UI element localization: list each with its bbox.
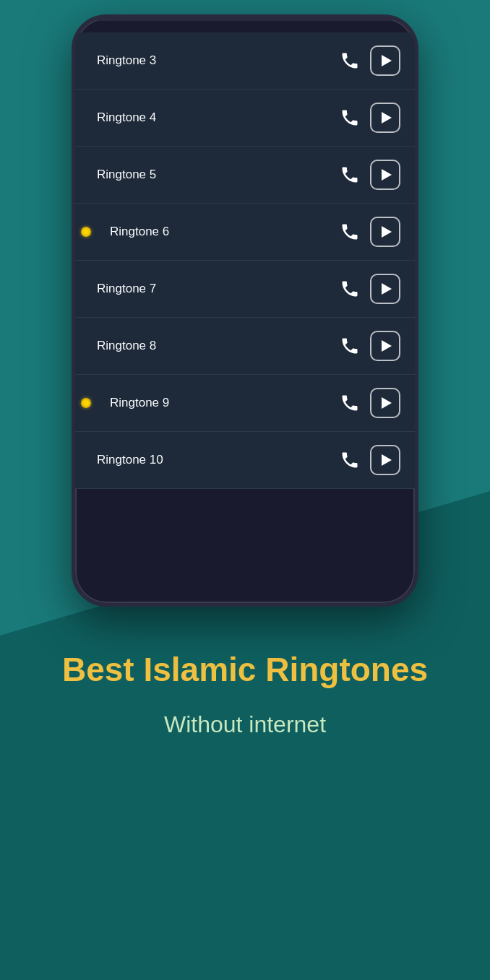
ringtone-item-5: Ringtone 5 bbox=[75, 147, 415, 204]
main-title: Best Islamic Ringtones bbox=[22, 650, 468, 690]
phone-icon-3 bbox=[337, 48, 363, 74]
ringtone-item-3: Ringtone 3 bbox=[75, 32, 415, 90]
bottom-section: Best Islamic Ringtones Without internet bbox=[0, 607, 490, 796]
ringtone-name-9: Ringtone 9 bbox=[90, 396, 337, 410]
play-button-7[interactable] bbox=[370, 274, 400, 304]
ringtone-name-4: Ringtone 4 bbox=[90, 110, 337, 125]
ringtone-name-10: Ringtone 10 bbox=[90, 453, 337, 467]
phone-icon-4 bbox=[337, 105, 363, 131]
ringtone-item-6: Ringtone 6 bbox=[75, 204, 415, 261]
ringtone-item-7: Ringtone 7 bbox=[75, 261, 415, 318]
ringtone-item-4: Ringtone 4 bbox=[75, 90, 415, 147]
phone-icon-7 bbox=[337, 276, 363, 302]
play-button-9[interactable] bbox=[370, 388, 400, 418]
phone-icon-9 bbox=[337, 390, 363, 416]
ringtone-list: Ringtone 3 Ringtone 4 Ringtone 5 Rington… bbox=[75, 32, 415, 489]
ringtone-item-10: Ringtone 10 bbox=[75, 432, 415, 489]
phone-icon-5 bbox=[337, 162, 363, 188]
ringtone-item-9: Ringtone 9 bbox=[75, 375, 415, 432]
play-button-5[interactable] bbox=[370, 160, 400, 190]
phone-icon-6 bbox=[337, 219, 363, 245]
phone-icon-8 bbox=[337, 333, 363, 359]
play-button-3[interactable] bbox=[370, 45, 400, 76]
play-button-4[interactable] bbox=[370, 103, 400, 133]
subtitle: Without internet bbox=[22, 711, 468, 738]
ringtone-name-8: Ringtone 8 bbox=[90, 339, 337, 353]
phone-wrapper: Ringtone 3 Ringtone 4 Ringtone 5 Rington… bbox=[0, 0, 490, 607]
phone-icon-10 bbox=[337, 447, 363, 473]
ringtone-name-7: Ringtone 7 bbox=[90, 282, 337, 296]
ringtone-name-5: Ringtone 5 bbox=[90, 168, 337, 182]
gold-dot-9 bbox=[81, 398, 91, 408]
play-button-10[interactable] bbox=[370, 445, 400, 475]
play-button-6[interactable] bbox=[370, 217, 400, 247]
ringtone-name-3: Ringtone 3 bbox=[90, 53, 337, 68]
ringtone-item-8: Ringtone 8 bbox=[75, 318, 415, 375]
ringtone-name-6: Ringtone 6 bbox=[90, 225, 337, 239]
phone-frame: Ringtone 3 Ringtone 4 Ringtone 5 Rington… bbox=[72, 14, 418, 607]
play-button-8[interactable] bbox=[370, 331, 400, 361]
gold-dot-6 bbox=[81, 227, 91, 237]
